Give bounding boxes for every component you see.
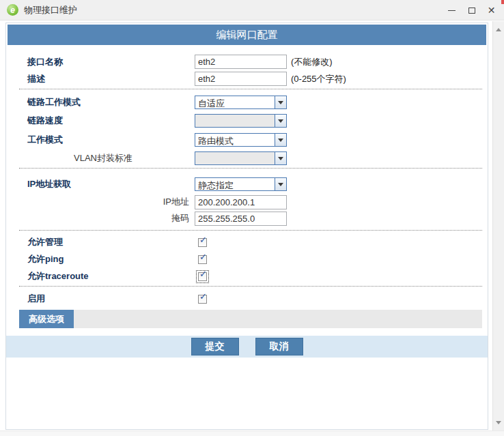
separator	[19, 168, 482, 169]
interface-name-label: 接口名称	[27, 56, 195, 68]
dialog-title: 编辑网口配置	[8, 25, 486, 45]
vlan-standard-select	[195, 151, 287, 165]
enable-checkbox[interactable]: ✓	[198, 295, 207, 304]
description-label: 描述	[27, 73, 195, 85]
allow-manage-checkbox[interactable]: ✓	[198, 238, 207, 247]
row-netmask: 掩码	[6, 211, 488, 226]
row-ip-mode: IP地址获取 静态指定	[6, 177, 488, 191]
row-interface-name: 接口名称 (不能修改)	[6, 54, 488, 70]
dialog-footer: 提交 取消	[6, 336, 488, 358]
separator	[19, 230, 482, 231]
checkmark-icon: ✓	[199, 270, 207, 279]
scroll-down-icon[interactable]	[493, 417, 504, 428]
window-titlebar: e 物理接口维护 ✕	[0, 0, 504, 20]
link-speed-select	[195, 114, 287, 128]
vlan-standard-label: VLAN封装标准	[27, 152, 195, 164]
link-mode-select[interactable]: 自适应	[195, 96, 287, 109]
minimize-button[interactable]	[442, 0, 462, 20]
netmask-input[interactable]	[195, 212, 287, 226]
separator	[19, 89, 482, 89]
row-vlan-standard: VLAN封装标准	[6, 151, 488, 165]
chevron-down-icon	[275, 115, 286, 127]
scroll-up-icon[interactable]	[493, 24, 504, 35]
row-ip-address: IP地址	[6, 194, 488, 209]
allow-traceroute-checkbox[interactable]: ✓	[198, 272, 207, 281]
row-link-mode: 链路工作模式 自适应	[6, 96, 488, 109]
advanced-options-bar: 高级选项	[19, 310, 482, 328]
chevron-down-icon[interactable]	[275, 96, 286, 108]
link-speed-label: 链路速度	[27, 115, 195, 127]
work-mode-select[interactable]: 路由模式	[195, 133, 287, 147]
link-speed-value	[195, 115, 275, 127]
close-button[interactable]: ✕	[481, 0, 501, 20]
ip-mode-label: IP地址获取	[27, 178, 195, 190]
row-link-speed: 链路速度	[6, 114, 488, 128]
edit-port-dialog: 编辑网口配置 接口名称 (不能修改) 描述 (0-255个字符) 链路工作模式 …	[5, 23, 488, 430]
description-note: (0-255个字符)	[291, 73, 346, 85]
enable-label: 启用	[27, 293, 195, 305]
status-strip	[0, 431, 504, 436]
vlan-standard-value	[195, 152, 275, 164]
checkmark-icon: ✓	[199, 252, 207, 262]
row-work-mode: 工作模式 路由模式	[6, 133, 488, 147]
separator	[19, 286, 482, 287]
interface-name-note: (不能修改)	[291, 56, 333, 68]
browser-logo-icon: e	[7, 4, 18, 16]
minimize-icon	[448, 10, 456, 11]
checkmark-icon: ✓	[199, 235, 207, 245]
work-mode-value: 路由模式	[195, 134, 275, 146]
chevron-down-icon[interactable]	[275, 134, 286, 146]
screen-artifact	[501, 0, 504, 4]
work-mode-label: 工作模式	[27, 134, 195, 146]
ip-mode-value: 静态指定	[195, 178, 275, 190]
close-icon: ✕	[488, 5, 496, 15]
row-allow-ping: 允许ping ✓	[6, 255, 488, 264]
checkmark-icon: ✓	[199, 292, 207, 302]
ip-mode-select[interactable]: 静态指定	[195, 177, 287, 191]
interface-name-input[interactable]	[195, 55, 287, 69]
row-description: 描述 (0-255个字符)	[6, 71, 488, 87]
window-controls: ✕	[442, 0, 501, 20]
maximize-icon	[468, 8, 475, 14]
ip-address-input[interactable]	[195, 195, 287, 209]
allow-ping-checkbox[interactable]: ✓	[198, 255, 207, 264]
advanced-options-button[interactable]: 高级选项	[19, 310, 74, 328]
netmask-label: 掩码	[27, 212, 195, 224]
link-mode-label: 链路工作模式	[27, 96, 195, 108]
vertical-scrollbar[interactable]	[492, 21, 504, 431]
allow-traceroute-label: 允许traceroute	[27, 270, 195, 282]
allow-ping-label: 允许ping	[27, 253, 195, 265]
row-enable: 启用 ✓	[6, 294, 488, 304]
link-mode-value: 自适应	[195, 96, 275, 108]
allow-manage-label: 允许管理	[27, 236, 195, 248]
row-allow-traceroute: 允许traceroute ✓	[6, 272, 488, 281]
ip-address-label: IP地址	[27, 196, 195, 208]
maximize-button[interactable]	[462, 0, 481, 20]
cancel-button[interactable]: 取消	[255, 338, 303, 355]
description-input[interactable]	[195, 72, 287, 86]
chevron-down-icon[interactable]	[275, 178, 286, 190]
row-allow-manage: 允许管理 ✓	[6, 237, 488, 247]
window-title: 物理接口维护	[24, 4, 77, 16]
submit-button[interactable]: 提交	[191, 338, 239, 355]
chevron-down-icon	[275, 152, 286, 164]
